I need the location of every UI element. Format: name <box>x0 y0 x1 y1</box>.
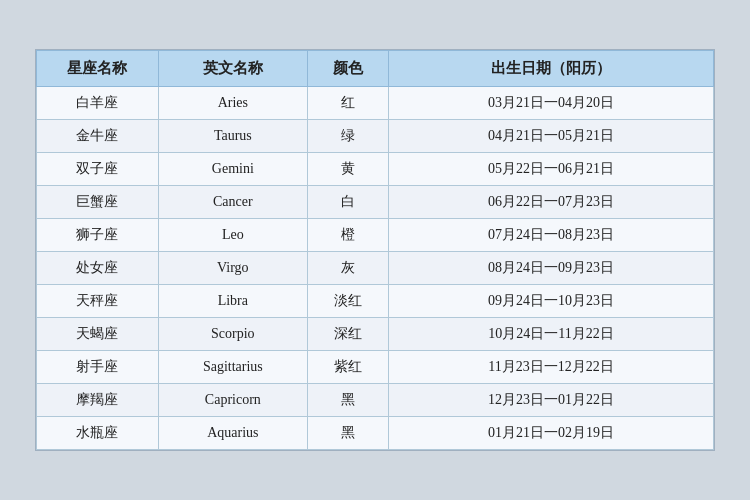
cell-en-name: Scorpio <box>158 318 307 351</box>
cell-color: 黄 <box>307 153 388 186</box>
cell-zh-name: 射手座 <box>37 351 159 384</box>
cell-color: 红 <box>307 87 388 120</box>
table-row: 双子座Gemini黄05月22日一06月21日 <box>37 153 714 186</box>
table-row: 狮子座Leo橙07月24日一08月23日 <box>37 219 714 252</box>
header-zh-name: 星座名称 <box>37 51 159 87</box>
cell-en-name: Aquarius <box>158 417 307 450</box>
cell-en-name: Capricorn <box>158 384 307 417</box>
table-row: 天蝎座Scorpio深红10月24日一11月22日 <box>37 318 714 351</box>
cell-en-name: Libra <box>158 285 307 318</box>
cell-date: 04月21日一05月21日 <box>389 120 714 153</box>
cell-color: 黑 <box>307 417 388 450</box>
cell-color: 紫红 <box>307 351 388 384</box>
cell-zh-name: 处女座 <box>37 252 159 285</box>
cell-date: 06月22日一07月23日 <box>389 186 714 219</box>
cell-zh-name: 天秤座 <box>37 285 159 318</box>
table-row: 摩羯座Capricorn黑12月23日一01月22日 <box>37 384 714 417</box>
cell-date: 11月23日一12月22日 <box>389 351 714 384</box>
zodiac-table-container: 星座名称 英文名称 颜色 出生日期（阳历） 白羊座Aries红03月21日一04… <box>35 49 715 451</box>
table-row: 射手座Sagittarius紫红11月23日一12月22日 <box>37 351 714 384</box>
cell-en-name: Leo <box>158 219 307 252</box>
cell-zh-name: 双子座 <box>37 153 159 186</box>
cell-date: 10月24日一11月22日 <box>389 318 714 351</box>
cell-en-name: Cancer <box>158 186 307 219</box>
cell-date: 03月21日一04月20日 <box>389 87 714 120</box>
header-en-name: 英文名称 <box>158 51 307 87</box>
cell-date: 07月24日一08月23日 <box>389 219 714 252</box>
cell-en-name: Aries <box>158 87 307 120</box>
cell-en-name: Virgo <box>158 252 307 285</box>
header-color: 颜色 <box>307 51 388 87</box>
table-header-row: 星座名称 英文名称 颜色 出生日期（阳历） <box>37 51 714 87</box>
cell-zh-name: 天蝎座 <box>37 318 159 351</box>
cell-color: 橙 <box>307 219 388 252</box>
table-row: 白羊座Aries红03月21日一04月20日 <box>37 87 714 120</box>
cell-color: 黑 <box>307 384 388 417</box>
table-row: 水瓶座Aquarius黑01月21日一02月19日 <box>37 417 714 450</box>
cell-color: 白 <box>307 186 388 219</box>
cell-color: 绿 <box>307 120 388 153</box>
cell-zh-name: 巨蟹座 <box>37 186 159 219</box>
cell-zh-name: 狮子座 <box>37 219 159 252</box>
table-body: 白羊座Aries红03月21日一04月20日金牛座Taurus绿04月21日一0… <box>37 87 714 450</box>
cell-date: 01月21日一02月19日 <box>389 417 714 450</box>
header-date: 出生日期（阳历） <box>389 51 714 87</box>
cell-color: 深红 <box>307 318 388 351</box>
zodiac-table: 星座名称 英文名称 颜色 出生日期（阳历） 白羊座Aries红03月21日一04… <box>36 50 714 450</box>
cell-date: 05月22日一06月21日 <box>389 153 714 186</box>
cell-date: 12月23日一01月22日 <box>389 384 714 417</box>
table-row: 天秤座Libra淡红09月24日一10月23日 <box>37 285 714 318</box>
cell-zh-name: 金牛座 <box>37 120 159 153</box>
cell-color: 淡红 <box>307 285 388 318</box>
cell-zh-name: 白羊座 <box>37 87 159 120</box>
table-row: 巨蟹座Cancer白06月22日一07月23日 <box>37 186 714 219</box>
cell-color: 灰 <box>307 252 388 285</box>
cell-en-name: Taurus <box>158 120 307 153</box>
cell-en-name: Sagittarius <box>158 351 307 384</box>
cell-date: 09月24日一10月23日 <box>389 285 714 318</box>
cell-zh-name: 水瓶座 <box>37 417 159 450</box>
cell-en-name: Gemini <box>158 153 307 186</box>
cell-zh-name: 摩羯座 <box>37 384 159 417</box>
cell-date: 08月24日一09月23日 <box>389 252 714 285</box>
table-row: 金牛座Taurus绿04月21日一05月21日 <box>37 120 714 153</box>
table-row: 处女座Virgo灰08月24日一09月23日 <box>37 252 714 285</box>
